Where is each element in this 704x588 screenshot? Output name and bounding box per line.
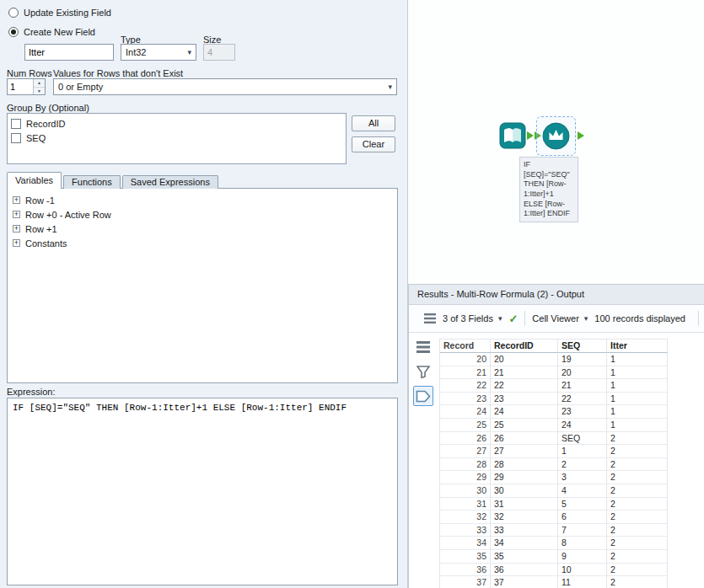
table-row[interactable]: 292932 — [440, 471, 668, 484]
table-row[interactable]: 2424231 — [440, 405, 668, 419]
multi-row-formula-tool-icon[interactable] — [541, 121, 571, 151]
table-row[interactable]: 272712 — [440, 445, 668, 458]
table-cell: 1 — [607, 405, 668, 419]
table-body: 2020191212120122222112323221242423125252… — [440, 353, 668, 588]
all-button[interactable]: All — [352, 115, 395, 131]
values-for-rows-dropdown[interactable]: 0 or Empty ▾ — [53, 78, 397, 95]
tab-variables[interactable]: Variables — [7, 172, 62, 189]
table-cell: 30 — [491, 484, 558, 498]
checkbox-icon[interactable] — [11, 119, 21, 129]
text-input-tool-icon[interactable] — [499, 122, 526, 149]
apply-checkmark-icon[interactable]: ✓ — [508, 313, 518, 325]
output-anchor-icon[interactable] — [527, 131, 534, 140]
table-cell: 2 — [607, 484, 668, 498]
radio-icon[interactable] — [8, 8, 19, 18]
table-row[interactable]: 2121201 — [440, 366, 668, 380]
table-row[interactable]: 303042 — [440, 484, 668, 498]
expression-editor[interactable]: IF [SEQ]="SEQ" THEN [Row-1:Itter]+1 ELSE… — [7, 398, 398, 585]
table-row[interactable]: 313152 — [440, 498, 668, 511]
num-rows-input[interactable] — [8, 79, 33, 94]
table-cell: 33 — [491, 524, 558, 537]
table-cell: 24 — [558, 419, 607, 432]
table-cell: 1 — [558, 445, 607, 458]
table-row[interactable]: 2525241 — [440, 419, 668, 432]
table-cell: 23 — [440, 393, 491, 406]
checkbox-icon[interactable] — [11, 133, 21, 143]
expand-icon[interactable]: + — [13, 225, 20, 233]
table-row[interactable]: 3636102 — [440, 564, 668, 577]
results-title: Results - Multi-Row Formula (2) - Output — [409, 285, 704, 305]
cell-viewer-label: Cell Viewer — [532, 313, 578, 323]
tree-item[interactable]: +Row +0 - Active Row — [13, 207, 392, 222]
tab-saved-expressions[interactable]: Saved Expressions — [122, 175, 218, 189]
stepper-arrows[interactable]: ▲ ▼ — [33, 79, 45, 94]
tree-item[interactable]: +Constants — [13, 236, 392, 250]
table-row[interactable]: 323262 — [440, 510, 668, 524]
fields-dropdown[interactable]: 3 of 3 Fields ▾ — [443, 313, 502, 323]
table-cell: 24 — [440, 405, 491, 419]
table-row[interactable]: 333372 — [440, 524, 668, 537]
column-header[interactable]: Record — [440, 339, 491, 353]
column-header[interactable]: RecordID — [491, 339, 558, 353]
tree-item-label: Row -1 — [25, 195, 55, 206]
tree-item[interactable]: +Row +1 — [13, 222, 392, 236]
group-by-list[interactable]: RecordIDSEQ — [7, 113, 347, 164]
profile-view-button[interactable] — [413, 361, 433, 382]
table-row[interactable]: 3737112 — [440, 576, 668, 588]
column-header[interactable]: SEQ — [558, 339, 607, 353]
radio-create-label: Create New Field — [24, 27, 95, 37]
group-by-item-label: RecordID — [26, 119, 65, 129]
group-by-item[interactable]: SEQ — [11, 131, 342, 145]
size-input — [203, 44, 235, 61]
radio-icon[interactable] — [8, 27, 19, 37]
table-cell: 24 — [491, 405, 558, 419]
table-cell: 31 — [491, 498, 558, 511]
radio-create-new-field[interactable]: Create New Field — [8, 27, 95, 37]
output-anchor-view-button[interactable] — [413, 386, 433, 406]
workflow-canvas[interactable]: IF [SEQ]="SEQ" THEN [Row-1:Itter]+1 ELSE… — [408, 0, 704, 284]
table-row[interactable]: 353592 — [440, 550, 668, 564]
radio-update-existing-field[interactable]: Update Existing Field — [8, 8, 111, 18]
table-row[interactable]: 2020191 — [440, 353, 668, 366]
num-rows-stepper[interactable]: ▲ ▼ — [7, 78, 46, 95]
column-header[interactable]: Itter — [607, 339, 668, 353]
table-cell: 32 — [491, 510, 558, 524]
tab-functions[interactable]: Functions — [63, 175, 121, 189]
tree-item[interactable]: +Row -1 — [13, 193, 392, 207]
table-cell: 1 — [607, 366, 668, 380]
table-cell: 25 — [491, 419, 558, 432]
table-row[interactable]: 2323221 — [440, 393, 668, 406]
expand-icon[interactable]: + — [13, 196, 20, 204]
clear-button[interactable]: Clear — [352, 136, 395, 152]
type-dropdown[interactable]: Int32 ▾ — [121, 44, 196, 61]
table-row[interactable]: 282822 — [440, 458, 668, 472]
stepper-down-icon[interactable]: ▼ — [34, 88, 45, 95]
table-cell: 2 — [607, 524, 668, 537]
table-cell: 2 — [607, 458, 668, 472]
table-cell: 20 — [440, 353, 491, 366]
group-by-item[interactable]: RecordID — [11, 116, 342, 131]
table-cell: 28 — [440, 458, 491, 472]
variables-tree[interactable]: +Row -1+Row +0 - Active Row+Row +1+Const… — [7, 188, 398, 383]
table-cell: 19 — [558, 353, 607, 366]
table-cell: 1 — [607, 393, 668, 406]
table-cell: 35 — [491, 550, 558, 564]
toolbar-divider — [698, 311, 699, 326]
expand-icon[interactable]: + — [13, 211, 20, 218]
records-icon — [424, 313, 436, 323]
table-row[interactable]: 343482 — [440, 537, 668, 550]
new-field-name-input[interactable] — [24, 44, 114, 61]
radio-update-label: Update Existing Field — [24, 8, 111, 18]
tool-annotation[interactable]: IF [SEQ]="SEQ" THEN [Row-1:Itter]+1 ELSE… — [519, 157, 578, 222]
table-cell: 27 — [491, 445, 558, 458]
expand-icon[interactable]: + — [13, 239, 20, 247]
table-row[interactable]: 2626SEQ2 — [440, 432, 668, 446]
table-row[interactable]: 2222211 — [440, 379, 668, 393]
output-anchor-icon[interactable] — [578, 131, 584, 140]
fields-dropdown-label: 3 of 3 Fields — [443, 313, 493, 323]
cell-viewer-dropdown[interactable]: Cell Viewer ▾ — [532, 313, 588, 323]
records-view-icon — [416, 341, 430, 353]
table-cell: 33 — [440, 524, 491, 537]
records-view-button[interactable] — [413, 337, 433, 357]
stepper-up-icon[interactable]: ▲ — [34, 79, 45, 88]
